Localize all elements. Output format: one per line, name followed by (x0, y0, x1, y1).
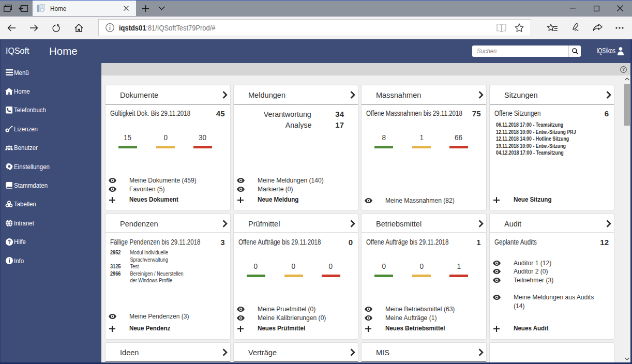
svg-text:?: ? (622, 67, 625, 72)
